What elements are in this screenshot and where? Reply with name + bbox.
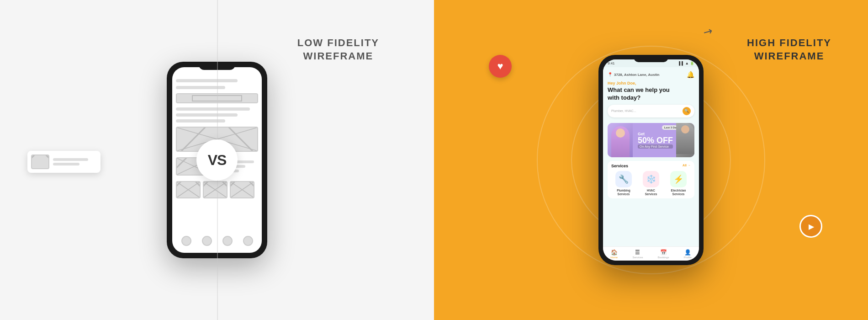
wf-image-placeholder — [176, 181, 201, 198]
greeting: Hey John Doe, — [608, 81, 694, 85]
electrician-icon-wrap: ⚡ — [670, 171, 687, 187]
nav-item-bookings[interactable]: 📅 Bookings — [658, 249, 669, 259]
promo-discount: 50% OFF — [638, 136, 673, 144]
location-text: 3728, Ashton Lane, Austin — [614, 73, 659, 77]
bookings-icon: 📅 — [660, 249, 667, 256]
hifi-screen: 9:41 ▌▌ ▲ 🔋 📍 3728, Ashton Lane, Austin … — [603, 59, 699, 261]
promo-subtext: On Any First Service — [638, 144, 673, 149]
wf-image-placeholder — [31, 155, 49, 169]
svg-line-5 — [177, 182, 200, 197]
notification-icon: 🔔 — [687, 71, 694, 78]
promo-section: Get 50% OFF On Any First Service Last 3 … — [608, 121, 694, 157]
status-time: 9:41 — [608, 61, 615, 65]
service-item-hvac[interactable]: ❄️ HVACServices — [639, 171, 663, 196]
wf-bar — [176, 113, 238, 117]
status-icons: ▌▌ ▲ 🔋 — [679, 61, 694, 65]
wf-bar — [53, 163, 79, 165]
hifi-phone-notch — [634, 55, 668, 62]
nav-home-label: Home — [610, 256, 618, 259]
services-section: Services All → 🔧 PlumbingServices — [608, 161, 694, 199]
left-panel: LOW FIDELITY WIREFRAME — [0, 0, 434, 320]
services-title: Services — [611, 164, 628, 168]
wf-bar — [53, 158, 88, 161]
hvac-icon: ❄️ — [646, 174, 656, 184]
plumbing-icon-wrap: 🔧 — [615, 171, 632, 187]
svg-line-9 — [231, 182, 254, 197]
vs-text: VS — [208, 152, 227, 169]
services-all-link[interactable]: All → — [683, 164, 691, 168]
plumbing-label: PlumbingServices — [617, 189, 630, 196]
wf-image-placeholder — [203, 181, 228, 198]
hvac-label: HVACServices — [645, 189, 657, 196]
heart-badge: ♥ — [489, 55, 512, 78]
high-fidelity-label: HIGH FIDELITY WIREFRAME — [747, 37, 831, 63]
hero-heading: What can we help you with today? — [608, 86, 694, 102]
nav-item-profile[interactable]: 👤 Profile — [684, 249, 692, 259]
services-grid: 🔧 PlumbingServices ❄️ HVACServices — [611, 171, 691, 196]
services-icon: ☰ — [635, 249, 640, 256]
electrician-icon: ⚡ — [673, 174, 683, 184]
play-icon: ▶ — [809, 222, 814, 231]
search-icon: 🔍 — [684, 109, 689, 113]
plumbing-icon: 🔧 — [619, 174, 629, 184]
search-placeholder: Plumber, HVAC... — [611, 109, 636, 112]
nav-services-label: Services — [632, 256, 643, 259]
search-bar[interactable]: Plumber, HVAC... 🔍 — [608, 105, 694, 117]
service-item-electrician[interactable]: ⚡ ElectricianServices — [666, 171, 691, 196]
profile-icon: 👤 — [684, 249, 691, 256]
hvac-icon-wrap: ❄️ — [643, 171, 659, 187]
vs-divider: VS — [196, 139, 238, 181]
svg-line-8 — [231, 182, 254, 197]
wf-circle — [181, 236, 191, 246]
play-badge: ▶ — [799, 215, 822, 238]
search-button[interactable]: 🔍 — [683, 107, 691, 115]
wf-bar — [176, 107, 250, 111]
right-panel: HIGH FIDELITY WIREFRAME ♥ ↗ ▶ 9:41 ▌▌ ▲ … — [434, 0, 868, 320]
wf-circle — [222, 236, 233, 246]
promo-banner: Get 50% OFF On Any First Service Last 3 … — [608, 123, 694, 157]
wf-circle — [243, 236, 253, 246]
location-pin-icon: 📍 — [608, 72, 613, 77]
heart-icon: ♥ — [497, 60, 503, 72]
home-icon: 🏠 — [611, 249, 618, 256]
bottom-nav: 🏠 Home ☰ Services 📅 Bookings 👤 Profile — [603, 246, 699, 261]
services-header: Services All → — [611, 164, 691, 168]
promo-person-left — [608, 123, 633, 157]
wf-circle — [202, 236, 212, 246]
promo-person-right — [676, 123, 694, 157]
app-content: 📍 3728, Ashton Lane, Austin 🔔 Hey John D… — [603, 67, 699, 246]
wireframe-floating-card — [27, 151, 101, 173]
electrician-label: ElectricianServices — [671, 189, 686, 196]
wf-bar — [176, 79, 238, 82]
svg-line-6 — [204, 182, 227, 197]
nav-item-services[interactable]: ☰ Services — [632, 249, 643, 259]
promo-text-area: Get 50% OFF On Any First Service — [638, 132, 673, 149]
curved-arrow: ↗ — [701, 24, 715, 39]
location-row: 📍 3728, Ashton Lane, Austin 🔔 — [608, 71, 694, 78]
low-fidelity-label: LOW FIDELITY WIREFRAME — [297, 37, 379, 63]
svg-line-7 — [204, 182, 227, 197]
wf-image-placeholder — [230, 181, 254, 198]
service-item-plumbing[interactable]: 🔧 PlumbingServices — [611, 171, 636, 196]
hifi-phone: 9:41 ▌▌ ▲ 🔋 📍 3728, Ashton Lane, Austin … — [598, 55, 704, 265]
nav-bookings-label: Bookings — [658, 256, 669, 259]
svg-line-4 — [177, 182, 200, 197]
nav-item-home[interactable]: 🏠 Home — [610, 249, 618, 259]
nav-profile-label: Profile — [684, 256, 692, 259]
